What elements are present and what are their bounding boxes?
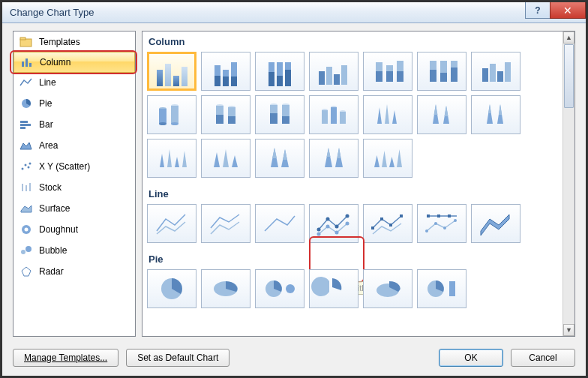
svg-marker-82	[214, 152, 220, 167]
chart-100-stacked-cone[interactable]	[471, 95, 520, 134]
svg-point-21	[26, 246, 32, 252]
close-button[interactable]: ✕	[550, 2, 586, 19]
set-as-default-chart-button[interactable]: Set as Default Chart	[126, 349, 230, 367]
svg-rect-60	[282, 116, 290, 124]
manage-templates-button[interactable]: Manage Templates...	[13, 349, 118, 367]
chart-100-stacked-column[interactable]	[255, 52, 304, 91]
category-templates[interactable]: Templates	[14, 32, 135, 52]
scroll-thumb[interactable]	[564, 44, 574, 108]
chart-stacked-cone[interactable]	[417, 95, 466, 134]
chart-100-stacked-line[interactable]	[255, 204, 304, 243]
svg-rect-110	[427, 214, 430, 218]
surface-icon	[20, 202, 33, 214]
category-list: Templates Column Line Pie Bar Area X Y (…	[13, 31, 136, 337]
category-bubble[interactable]: Bubble	[14, 240, 135, 261]
svg-rect-2	[22, 62, 24, 67]
chart-line[interactable]	[147, 204, 196, 243]
category-label: Surface	[39, 203, 70, 214]
category-radar[interactable]: Radar	[14, 261, 135, 282]
svg-rect-4	[29, 63, 32, 67]
category-column[interactable]: Column	[14, 52, 135, 73]
svg-rect-34	[430, 61, 436, 70]
chart-3d-stacked-column[interactable]	[363, 52, 412, 91]
scrollbar[interactable]: ▲ ▼	[562, 32, 574, 336]
ok-button[interactable]: OK	[439, 349, 503, 367]
svg-rect-108	[400, 214, 403, 218]
svg-point-13	[29, 163, 32, 165]
stock-icon	[20, 182, 33, 194]
bar-icon	[20, 118, 33, 130]
scroll-down-button[interactable]: ▼	[563, 324, 574, 336]
category-label: Pie	[39, 98, 52, 109]
svg-marker-68	[385, 104, 389, 124]
svg-rect-38	[451, 61, 458, 68]
chart-3d-pie[interactable]	[201, 269, 250, 308]
chart-pie-of-pie[interactable]	[255, 269, 304, 308]
svg-marker-83	[223, 149, 229, 167]
svg-rect-6	[20, 121, 28, 123]
svg-marker-96	[397, 149, 402, 167]
svg-rect-36	[440, 61, 447, 73]
svg-rect-32	[397, 61, 404, 71]
svg-point-102	[326, 225, 330, 229]
svg-rect-25	[334, 74, 340, 85]
category-doughnut[interactable]: Doughnut	[14, 219, 135, 240]
scroll-up-button[interactable]: ▲	[563, 32, 574, 44]
chart-bar-of-pie[interactable]	[417, 269, 466, 308]
svg-marker-17	[21, 206, 32, 212]
category-area[interactable]: Area	[14, 135, 135, 156]
chart-stacked-pyramid[interactable]	[255, 139, 304, 178]
chart-3d-clustered-column[interactable]	[309, 52, 358, 91]
svg-rect-107	[389, 224, 392, 226]
chart-clustered-cone[interactable]	[363, 95, 412, 134]
svg-marker-67	[377, 107, 382, 124]
chart-stacked-cylinder[interactable]	[201, 95, 250, 134]
category-line[interactable]: Line	[14, 72, 135, 93]
category-surface[interactable]: Surface	[14, 198, 135, 219]
svg-point-121	[286, 284, 295, 293]
doughnut-icon	[20, 224, 33, 236]
category-pie[interactable]: Pie	[14, 93, 135, 114]
cancel-button[interactable]: Cancel	[511, 349, 575, 367]
svg-marker-117	[481, 214, 509, 236]
svg-marker-71	[434, 104, 438, 115]
chart-3d-100-stacked-column[interactable]	[417, 52, 466, 91]
chart-3d-column[interactable]	[471, 52, 520, 91]
svg-point-12	[28, 166, 30, 169]
chart-exploded-3d-pie[interactable]	[363, 269, 412, 308]
section-heading: Pie	[142, 249, 574, 268]
help-button[interactable]: ?	[525, 2, 550, 19]
chart-3d-line[interactable]	[471, 204, 520, 243]
category-label: Bubble	[39, 245, 67, 256]
chart-exploded-pie[interactable]	[309, 269, 358, 308]
svg-rect-47	[171, 106, 178, 124]
svg-marker-73	[445, 106, 448, 116]
svg-rect-24	[326, 67, 332, 85]
chart-clustered-pyramid[interactable]	[201, 139, 250, 178]
chart-stacked-line[interactable]	[201, 204, 250, 243]
category-label: Templates	[39, 37, 80, 47]
chart-100-stacked-cylinder[interactable]	[255, 95, 304, 134]
svg-rect-62	[322, 110, 328, 124]
category-bar[interactable]: Bar	[14, 114, 135, 135]
svg-marker-94	[382, 151, 387, 167]
chart-100-stacked-pyramid[interactable]	[309, 139, 358, 178]
svg-marker-88	[283, 149, 287, 160]
chart-3d-pyramid[interactable]	[363, 139, 412, 178]
chart-clustered-column[interactable]	[147, 52, 196, 91]
chart-line-with-markers[interactable]	[309, 204, 358, 243]
chart-100-stacked-line-with-markers[interactable]	[417, 204, 466, 243]
category-scatter[interactable]: X Y (Scatter)	[14, 156, 135, 177]
chart-3d-cone[interactable]	[147, 139, 196, 178]
category-label: Column	[40, 57, 70, 68]
svg-rect-41	[497, 71, 503, 82]
chart-clustered-cylinder[interactable]	[147, 95, 196, 134]
category-stock[interactable]: Stock	[14, 177, 135, 198]
chart-stacked-line-with-markers[interactable]	[363, 204, 412, 243]
chart-3d-cylinder[interactable]	[309, 95, 358, 134]
section-heading: Line	[142, 184, 574, 202]
chart-pie[interactable]	[147, 269, 196, 308]
svg-marker-9	[20, 142, 32, 149]
svg-rect-106	[380, 218, 383, 220]
chart-stacked-column[interactable]	[201, 52, 250, 91]
